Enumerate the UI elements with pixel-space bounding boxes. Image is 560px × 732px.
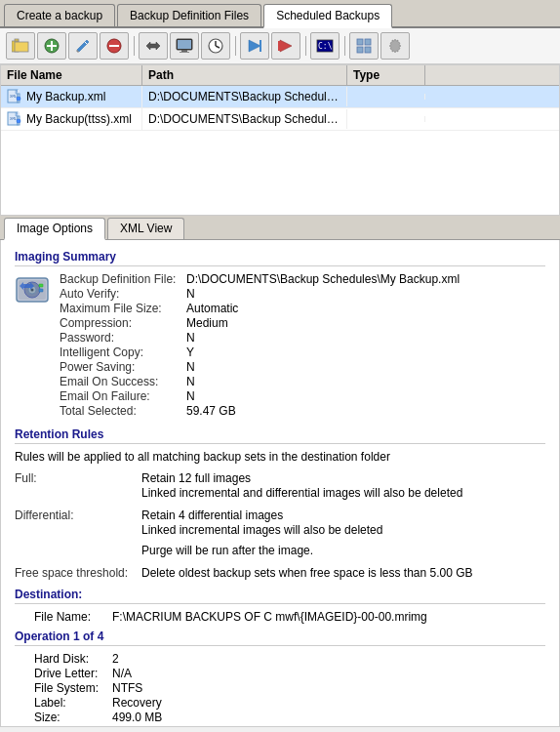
file-row[interactable]: XML My Backup.xml D:\DOCUMENTS\Backup Sc… <box>1 86 559 108</box>
summary-value: N <box>186 331 460 345</box>
summary-value: Medium <box>186 316 460 330</box>
file-path-cell: D:\DOCUMENTS\Backup Schedules\ <box>142 109 347 129</box>
column-filename: File Name <box>1 65 142 85</box>
svg-rect-27 <box>357 47 363 53</box>
op-row: Free: 75.9 MB <box>15 725 545 727</box>
summary-value: D:\DOCUMENTS\Backup Schedules\My Backup.… <box>186 272 460 286</box>
op-value: Recovery <box>112 696 545 710</box>
svg-rect-38 <box>18 112 20 116</box>
retention-full-line1: Retain 12 full images <box>141 471 545 485</box>
summary-label: Password: <box>60 331 186 345</box>
file-type-cell <box>347 94 425 100</box>
destination-row: File Name: F:\MACRIUM BACKUPS OF C mwf\{… <box>15 610 545 624</box>
retention-diff-line4: Purge will be run after the image. <box>141 544 545 557</box>
retention-intro: Rules will be applied to all matching ba… <box>15 450 545 464</box>
tab-create[interactable]: Create a backup <box>4 4 115 26</box>
add-button[interactable] <box>37 32 66 60</box>
delete-button[interactable] <box>100 32 129 60</box>
backup-file-icon: XML <box>7 89 22 104</box>
svg-rect-48 <box>39 289 43 292</box>
retention-freespace-row: Free space threshold: Delete oldest back… <box>15 566 545 580</box>
edit-button[interactable] <box>68 32 98 60</box>
separator-2 <box>232 32 238 60</box>
summary-value: N <box>186 360 460 374</box>
file-row[interactable]: XML My Backup(ttss).xml D:\DOCUMENTS\Bac… <box>1 108 559 131</box>
run-button[interactable] <box>240 32 269 60</box>
summary-label: Power Saving: <box>60 360 186 374</box>
svg-rect-5 <box>47 45 57 47</box>
svg-point-34 <box>17 97 20 101</box>
settings-button[interactable] <box>380 32 410 60</box>
svg-rect-25 <box>357 39 363 45</box>
op-value: 2 <box>112 652 545 666</box>
retention-diff-row: Differential: Retain 4 differential imag… <box>15 508 545 558</box>
op-label: Hard Disk: <box>15 652 112 666</box>
svg-rect-13 <box>178 40 191 49</box>
tab-image-options[interactable]: Image Options <box>4 218 105 240</box>
svg-text:XML: XML <box>10 116 18 121</box>
retention-freespace-label: Free space threshold: <box>15 566 141 580</box>
monitor-button[interactable] <box>170 32 199 60</box>
tab-scheduled[interactable]: Scheduled Backups <box>263 4 392 28</box>
retention-full-row: Full: Retain 12 full images Linked incre… <box>15 471 545 501</box>
destination-filename-label: File Name: <box>15 610 112 624</box>
schedule-button[interactable] <box>201 32 230 60</box>
op-row: Label: Recovery <box>15 696 545 710</box>
svg-marker-19 <box>249 40 260 52</box>
op-label: Free: <box>15 725 112 727</box>
file-name-cell: XML My Backup(ttss).xml <box>1 108 142 130</box>
file-type-cell <box>347 116 425 122</box>
retention-title: Retention Rules <box>15 427 545 444</box>
summary-value: 59.47 GB <box>186 404 460 418</box>
toolbar: C:\ <box>0 28 560 64</box>
summary-label: Intelligent Copy: <box>60 346 186 359</box>
summary-label: Total Selected: <box>60 404 186 418</box>
svg-rect-26 <box>365 39 371 45</box>
file-path-cell: D:\DOCUMENTS\Backup Schedules\ <box>142 87 347 106</box>
op-row: Drive Letter: N/A <box>15 667 545 680</box>
svg-rect-22 <box>278 41 281 51</box>
destination-title: Destination: <box>15 588 545 604</box>
file-name-cell: XML My Backup.xml <box>1 86 142 107</box>
file-list-area: File Name Path Type XML My Backup.xml D:… <box>0 64 560 216</box>
operation-section: Operation 1 of 4 Hard Disk: 2 Drive Lett… <box>15 630 545 727</box>
retention-diff-label: Differential: <box>15 508 141 558</box>
retention-full-line2: Linked incremental and differential imag… <box>141 486 545 500</box>
separator-4 <box>341 32 347 60</box>
destination-filename-value: F:\MACRIUM BACKUPS OF C mwf\{IMAGEID}-00… <box>112 610 545 624</box>
file-name: My Backup(ttss).xml <box>26 112 132 126</box>
retention-full-label: Full: <box>15 471 141 501</box>
retention-diff-line1: Retain 4 differential images <box>141 508 545 522</box>
summary-value: N <box>186 389 460 403</box>
cmd-button[interactable]: C:\ <box>310 32 340 60</box>
svg-marker-6 <box>77 40 89 52</box>
imaging-summary-title: Imaging Summary <box>15 250 545 266</box>
stop-button[interactable] <box>271 32 300 60</box>
column-type: Type <box>347 65 425 85</box>
grid-button[interactable] <box>349 32 379 60</box>
retention-diff-value: Retain 4 differential images Linked incr… <box>141 508 545 558</box>
imaging-summary-section: Imaging Summary Backup Definition File: <box>15 250 545 418</box>
open-folder-button[interactable] <box>6 32 35 60</box>
detail-panel: Imaging Summary Backup Definition File: <box>0 240 560 727</box>
code-button[interactable] <box>139 32 168 60</box>
op-row: File System: NTFS <box>15 681 545 695</box>
separator-3 <box>302 32 308 60</box>
svg-rect-14 <box>181 50 187 52</box>
column-path: Path <box>142 65 347 85</box>
separator-1 <box>131 32 137 60</box>
op-label: Label: <box>15 696 112 710</box>
summary-value: Y <box>186 346 460 359</box>
tab-definition[interactable]: Backup Definition Files <box>117 4 261 26</box>
file-name: My Backup.xml <box>26 90 105 103</box>
svg-rect-2 <box>15 42 28 52</box>
hdd-icon <box>15 272 50 307</box>
summary-label: Auto Verify: <box>60 287 186 301</box>
summary-value: Automatic <box>186 302 460 315</box>
svg-rect-20 <box>260 40 261 52</box>
svg-marker-11 <box>146 42 160 50</box>
summary-value: N <box>186 287 460 301</box>
summary-grid: Backup Definition File: D:\DOCUMENTS\Bac… <box>60 272 460 418</box>
summary-label: Backup Definition File: <box>60 272 186 286</box>
tab-xml-view[interactable]: XML View <box>107 218 184 239</box>
